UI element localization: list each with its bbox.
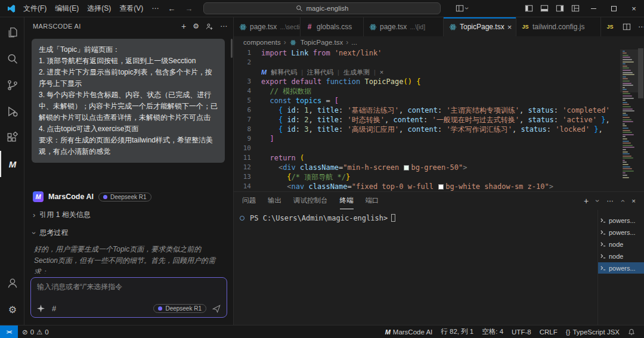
menu-edit[interactable]: 编辑(E): [51, 0, 83, 17]
panel-tab-ports[interactable]: 端口: [366, 193, 379, 209]
chat-scrollbar[interactable]: [231, 39, 233, 58]
inline-action-2[interactable]: 生成单测: [343, 67, 370, 77]
terminal-list-item[interactable]: powers...: [598, 262, 644, 274]
invite-user-icon[interactable]: [206, 23, 213, 30]
chat-settings-gear-icon[interactable]: ⚙: [193, 22, 199, 30]
nav-forward-icon[interactable]: →: [180, 4, 197, 13]
tab-partial[interactable]: JS: [601, 17, 617, 36]
status-encoding[interactable]: UTF-8: [507, 328, 535, 336]
remote-indicator[interactable]: ><: [0, 325, 18, 338]
settings-gear-icon[interactable]: ⚙: [0, 296, 24, 323]
close-button[interactable]: ×: [624, 0, 644, 17]
panel-tab-debug-console[interactable]: 调试控制台: [293, 193, 328, 209]
status-cursor-position[interactable]: 行 82, 列 1: [436, 327, 478, 336]
new-chat-icon[interactable]: +: [181, 21, 186, 31]
tab-globals-css[interactable]: # globals.css: [301, 17, 364, 36]
maximize-button[interactable]: [603, 0, 624, 17]
editor-tabs: page.tsx ...\section # globals.css page.…: [234, 17, 644, 36]
status-indentation[interactable]: 空格: 4: [478, 327, 507, 336]
account-icon[interactable]: [0, 270, 24, 296]
tab-label: globals.css: [317, 23, 352, 31]
chevron-right-icon: ›: [284, 38, 286, 46]
terminal-dropdown-icon[interactable]: ›: [595, 200, 600, 202]
terminal-list-item[interactable]: powers...: [598, 215, 644, 226]
source-control-icon[interactable]: [0, 72, 24, 98]
minimize-button[interactable]: [583, 0, 603, 17]
react-icon: [289, 38, 298, 46]
send-icon[interactable]: [212, 305, 221, 313]
toggle-panel-icon[interactable]: [537, 0, 552, 17]
context-hash-icon[interactable]: #: [52, 304, 56, 313]
menu-more-icon[interactable]: ⋯: [147, 0, 163, 17]
code-line: 13 {/* 顶部导航 */}: [234, 172, 620, 182]
input-model-badge[interactable]: Deepseek R1: [153, 304, 206, 313]
inline-action-1[interactable]: 注释代码: [307, 67, 333, 77]
thinking-toggle[interactable]: › 思考过程: [32, 228, 225, 238]
js-icon: JS: [521, 23, 530, 31]
menu-selection[interactable]: 选择(S): [83, 0, 115, 17]
panel-tab-problems[interactable]: 问题: [242, 193, 256, 209]
menu-view[interactable]: 查看(V): [115, 0, 147, 17]
marscode-logo-icon: M: [261, 67, 267, 77]
panel-more-icon[interactable]: ⋯: [606, 197, 614, 205]
line-number: 12: [234, 163, 261, 172]
scrollbar-thumb[interactable]: [638, 48, 643, 98]
close-panel-icon[interactable]: ×: [631, 197, 636, 204]
tab-close-icon[interactable]: ×: [507, 23, 512, 32]
status-eol[interactable]: CRLF: [535, 328, 562, 336]
search-sidebar-icon[interactable]: [0, 46, 24, 72]
terminal-list-item[interactable]: node: [598, 250, 644, 262]
toggle-secondary-sidebar-icon[interactable]: [552, 0, 568, 17]
explorer-icon[interactable]: [0, 20, 24, 46]
color-swatch: [438, 184, 444, 190]
inline-actions-close-icon[interactable]: ×: [380, 67, 383, 77]
tab-topicpage-tsx[interactable]: TopicPage.tsx ×: [444, 17, 516, 36]
new-terminal-icon[interactable]: +: [584, 196, 589, 206]
split-editor-icon[interactable]: [623, 23, 631, 31]
react-icon: [369, 23, 377, 31]
tab-page-tsx-id[interactable]: page.tsx ...\[id]: [364, 17, 444, 36]
run-debug-icon[interactable]: [0, 98, 24, 125]
tab-label: TopicPage.tsx: [460, 23, 504, 31]
breadcrumb-item[interactable]: components: [243, 39, 281, 46]
line-number: 13: [234, 172, 261, 182]
toggle-sidebar-icon[interactable]: [521, 0, 537, 17]
panel-tab-output[interactable]: 输出: [268, 193, 281, 209]
problems-status[interactable]: ⊘ 0 ⚠ 0: [18, 328, 53, 336]
inline-action-0[interactable]: 解释代码: [271, 67, 297, 77]
minimap-slider[interactable]: [620, 49, 638, 92]
breadcrumb-item[interactable]: ...: [351, 39, 357, 46]
terminal-list-item[interactable]: powers...: [598, 227, 644, 238]
marscode-ai-icon[interactable]: M: [0, 151, 24, 177]
editor-scrollbar[interactable]: [637, 48, 644, 191]
react-icon: [239, 23, 247, 31]
tab-tailwind-config[interactable]: JS tailwind.config.js: [516, 17, 601, 36]
customize-layout-icon[interactable]: [568, 0, 583, 17]
terminal-list-item[interactable]: node: [598, 238, 644, 250]
editor-more-icon[interactable]: ⋯: [638, 23, 644, 31]
model-badge: Deepseek R1: [98, 193, 151, 201]
chat-area[interactable]: 生成「Topic」前端页面： 1. 顶部导航栏有返回按钮，返回到上一级Secct…: [24, 35, 233, 274]
nav-back-icon[interactable]: ←: [163, 4, 180, 13]
minimap[interactable]: [621, 49, 637, 188]
titlebar-layout-icon[interactable]: ›: [456, 0, 468, 17]
notifications-bell-icon[interactable]: [624, 328, 639, 336]
menu-file[interactable]: 文件(F): [19, 0, 51, 17]
command-center-search[interactable]: magic-english: [203, 2, 441, 14]
panel-tab-terminal[interactable]: 终端: [340, 193, 354, 209]
chat-input-box[interactable]: # Deepseek R1: [30, 277, 227, 318]
terminal[interactable]: PS C:\Users\Admin\magic-english>: [234, 210, 597, 325]
chat-input[interactable]: [37, 283, 221, 291]
reference-toggle[interactable]: › 引用 1 相关信息: [32, 210, 225, 220]
chat-more-icon[interactable]: ⋯: [220, 22, 227, 30]
status-marscode[interactable]: MMarsCode AI: [381, 328, 437, 336]
code-editor[interactable]: 1import Link from 'next/link'2M解释代码|注释代码…: [234, 48, 644, 191]
ai-sparkle-icon[interactable]: [37, 305, 45, 312]
line-number: 11: [234, 153, 261, 163]
extensions-icon[interactable]: [0, 125, 24, 151]
tab-page-tsx-section[interactable]: page.tsx ...\section: [234, 17, 301, 36]
titlebar: 文件(F) 编辑(E) 选择(S) 查看(V) ⋯ ← → magic-engl…: [0, 0, 644, 17]
status-language[interactable]: {}TypeScript JSX: [562, 328, 624, 336]
maximize-panel-icon[interactable]: ›: [620, 200, 626, 202]
breadcrumb-item[interactable]: TopicPage.tsx: [301, 39, 343, 46]
